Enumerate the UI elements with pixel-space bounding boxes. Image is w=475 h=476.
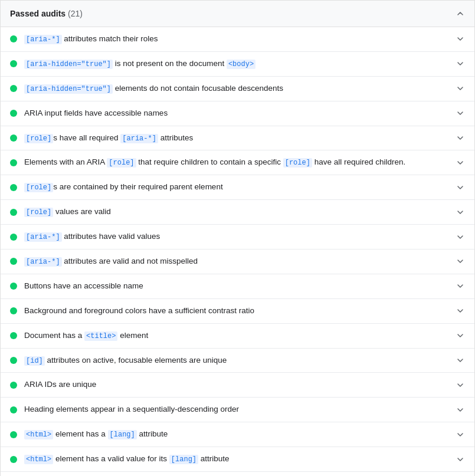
audit-item[interactable]: [aria-*] attributes have valid values [1, 225, 474, 250]
pass-indicator [10, 35, 17, 42]
audit-item[interactable]: Form elements have associated labels [1, 472, 474, 476]
expand-icon [456, 430, 465, 439]
pass-indicator [10, 332, 17, 339]
expand-icon [456, 34, 465, 44]
code-token: [role] [24, 134, 53, 143]
code-token: [aria-*] [24, 232, 62, 242]
code-token: <body> [227, 60, 255, 69]
title-text: Passed audits [10, 9, 65, 18]
code-token: [role] [107, 158, 136, 168]
code-token: [aria-*] [24, 257, 62, 267]
pass-indicator [10, 184, 17, 191]
audit-item[interactable]: [aria-*] attributes are valid and not mi… [1, 250, 474, 274]
pass-indicator [10, 85, 17, 92]
audit-description: ARIA IDs are unique [24, 379, 451, 390]
pass-indicator [10, 209, 17, 216]
audit-item[interactable]: Buttons have an accessible name [1, 274, 474, 299]
pass-indicator [10, 134, 17, 142]
expand-icon [456, 158, 465, 168]
audit-item[interactable]: ARIA input fields have accessible names [1, 101, 474, 126]
audit-item[interactable]: [role]s have all required [aria-*] attri… [1, 126, 474, 151]
expand-icon [456, 455, 465, 464]
audit-item[interactable]: [role]s are contained by their required … [1, 175, 474, 200]
expand-icon [456, 208, 465, 217]
audit-description: Document has a <title> element [24, 330, 451, 342]
pass-indicator [10, 110, 17, 117]
expand-icon [456, 84, 465, 93]
collapse-button[interactable] [456, 9, 465, 18]
audit-description: Buttons have an accessible name [24, 281, 451, 292]
audit-description: [id] attributes on active, focusable ele… [24, 355, 451, 366]
audit-description: Elements with an ARIA [role] that requir… [24, 157, 451, 168]
panel-title: Passed audits (21) [10, 9, 83, 18]
audit-item[interactable]: ARIA IDs are unique [1, 373, 474, 398]
pass-indicator [10, 60, 17, 67]
audit-description: [role] values are valid [24, 206, 451, 218]
pass-indicator [10, 159, 17, 166]
audit-description: [role]s are contained by their required … [24, 182, 451, 193]
audit-item[interactable]: Elements with an ARIA [role] that requir… [1, 150, 474, 175]
audit-item[interactable]: [id] attributes on active, focusable ele… [1, 349, 474, 373]
pass-indicator [10, 234, 17, 241]
expand-icon [456, 257, 465, 266]
pass-indicator [10, 382, 17, 389]
code-token: [lang] [169, 455, 198, 464]
expand-icon [456, 133, 465, 143]
audit-description: [aria-hidden="true"] is not present on t… [24, 58, 451, 70]
expand-icon [456, 331, 465, 340]
code-token: [aria-*] [24, 35, 62, 44]
pass-indicator [10, 283, 17, 290]
audit-item[interactable]: [aria-hidden="true"] elements do not con… [1, 77, 474, 101]
expand-icon [456, 183, 465, 192]
audit-description: [role]s have all required [aria-*] attri… [24, 133, 451, 144]
pass-indicator [10, 357, 17, 364]
audit-item[interactable]: <html> element has a [lang] attribute [1, 422, 474, 447]
audit-count: (21) [68, 9, 83, 18]
expand-icon [456, 405, 465, 415]
audit-item[interactable]: Document has a <title> element [1, 324, 474, 349]
audit-list: [aria-*] attributes match their roles [a… [1, 27, 474, 476]
audit-description: <html> element has a valid value for its… [24, 454, 451, 465]
passed-audits-panel: Passed audits (21) [aria-*] attributes m… [0, 0, 475, 476]
code-token: [id] [24, 356, 45, 366]
expand-icon [456, 380, 465, 390]
code-token: [role] [24, 208, 53, 217]
expand-icon [456, 232, 465, 242]
pass-indicator [10, 456, 17, 463]
audit-description: [aria-hidden="true"] elements do not con… [24, 83, 451, 94]
expand-icon [456, 109, 465, 118]
audit-item[interactable]: Background and foreground colors have a … [1, 299, 474, 324]
pass-indicator [10, 307, 17, 314]
audit-description: ARIA input fields have accessible names [24, 108, 451, 119]
code-token: [role] [24, 183, 53, 192]
audit-item[interactable]: [aria-hidden="true"] is not present on t… [1, 52, 474, 77]
audit-item[interactable]: [aria-*] attributes match their roles [1, 27, 474, 52]
audit-description: <html> element has a [lang] attribute [24, 429, 451, 440]
audit-item[interactable]: Heading elements appear in a sequentiall… [1, 398, 474, 422]
audit-item[interactable]: <html> element has a valid value for its… [1, 447, 474, 472]
audit-description: [aria-*] attributes have valid values [24, 231, 451, 242]
audit-description: [aria-*] attributes match their roles [24, 34, 451, 45]
audit-description: Background and foreground colors have a … [24, 306, 451, 317]
expand-icon [456, 306, 465, 316]
code-token: <html> [24, 455, 53, 464]
panel-header[interactable]: Passed audits (21) [1, 1, 474, 27]
expand-icon [456, 281, 465, 291]
code-token: <html> [24, 430, 53, 439]
code-token: [aria-hidden="true"] [24, 84, 113, 94]
pass-indicator [10, 406, 17, 413]
code-token: [lang] [108, 430, 137, 439]
audit-description: Heading elements appear in a sequentiall… [24, 404, 451, 415]
code-token: <title> [84, 331, 117, 341]
expand-icon [456, 59, 465, 68]
expand-icon [456, 356, 465, 365]
code-token: [aria-hidden="true"] [24, 60, 113, 69]
code-token: [role] [283, 158, 312, 168]
audit-item[interactable]: [role] values are valid [1, 200, 474, 225]
pass-indicator [10, 258, 17, 265]
pass-indicator [10, 431, 17, 438]
code-token: [aria-*] [120, 134, 158, 143]
audit-description: [aria-*] attributes are valid and not mi… [24, 256, 451, 267]
